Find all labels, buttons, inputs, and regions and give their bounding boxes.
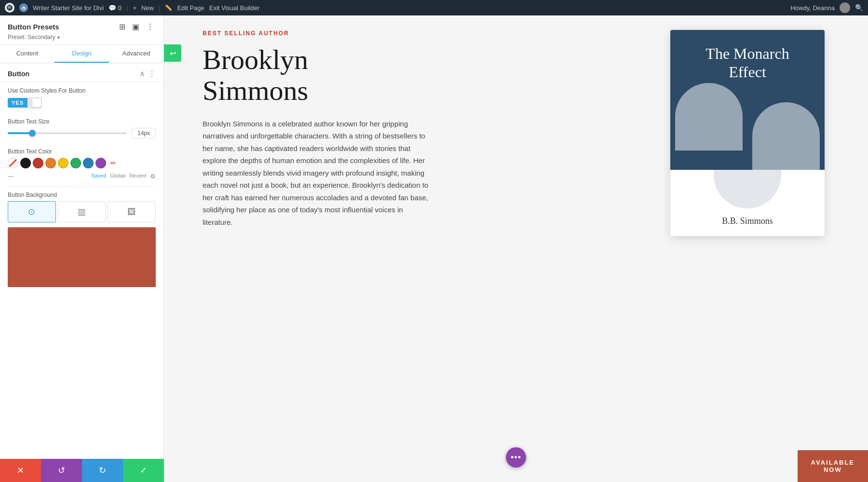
saved-label[interactable]: Saved [91,173,106,180]
tab-design[interactable]: Design [54,45,109,63]
swatch-green[interactable] [70,158,81,168]
swatch-blue[interactable] [83,158,94,168]
bg-options: ⊙ ▥ 🖼 [8,201,156,222]
custom-styles-label: Use Custom Styles For Button [8,87,156,94]
swatch-yellow[interactable] [58,158,68,168]
swatch-purple[interactable] [95,158,106,168]
page-content: Best Selling Author Brooklyn Simmons Bro… [164,15,868,353]
page-right: The Monarch Effect B.B. Simmons [656,30,839,339]
tab-handle[interactable]: ↩ [164,44,181,62]
swatch-pencil[interactable]: ✏ [108,158,119,168]
wordpress-logo[interactable]: W [5,3,14,13]
book-cover: The Monarch Effect [670,30,825,170]
book-card: The Monarch Effect B.B. Simmons [670,30,825,236]
swatch-black[interactable] [20,158,31,168]
text-size-slider-track[interactable] [8,132,127,134]
button-section-header: Button ∧ ⋮ [0,63,163,83]
user-avatar[interactable] [840,2,850,13]
save-button[interactable]: ✓ [123,459,164,482]
text-size-label: Button Text Size [8,118,156,125]
bg-gradient-option[interactable]: ▥ [58,201,106,222]
redo-button[interactable]: ↻ [82,459,123,482]
toggle-knob [32,98,41,107]
preset-label: Preset: Secondary [8,34,55,41]
bg-solid-option[interactable]: ⊙ [8,201,56,222]
panel-relative: ✕ ↺ ↻ ✓ [0,287,163,482]
author-name: Brooklyn Simmons [203,44,637,106]
exit-builder-link[interactable]: Exit Visual Builder [209,4,260,12]
text-color-setting: Button Text Color ✏ ··· Saved [0,143,163,186]
section-title-text: Button [8,70,29,78]
edit-page-link[interactable]: Edit Page [177,4,204,12]
bg-image-option[interactable]: 🖼 [108,201,156,222]
panel-subtitle: Preset: Secondary ▾ [8,34,156,41]
fullscreen-button[interactable]: ⊞ [117,21,127,32]
text-size-slider-row: 14px [8,128,156,138]
panel-title: Button Presets ⊞ ▣ ⋮ [8,21,156,32]
section-options-button[interactable]: ⋮ [148,69,156,78]
solid-icon: ⊙ [28,207,35,217]
site-icon[interactable]: 🏠 [19,3,28,12]
slider-fill [8,132,31,134]
fab-dots-icon: ••• [511,453,521,463]
tabs-container: Content Design Advanced [0,45,163,63]
panel-content: Button ∧ ⋮ Use Custom Styles For Button … [0,63,163,287]
undo-button[interactable]: ↺ [41,459,82,482]
toggle-bar [27,97,42,109]
content-area: ↩ Best Selling Author Brooklyn Simmons B… [164,15,868,482]
tab-content[interactable]: Content [0,45,54,63]
search-icon-top[interactable]: 🔍 [855,4,863,12]
plus-icon: + [133,4,136,12]
settings-gear-icon[interactable]: ⚙ [150,173,156,180]
toggle-yes-label: YES [8,98,27,108]
text-size-value[interactable]: 14px [132,128,156,138]
book-cover-decoration [670,83,825,170]
text-color-swatches-footer: ··· Saved Global Recent ⚙ [8,171,156,181]
global-label[interactable]: Global [110,173,125,180]
comment-icon[interactable]: 💬 0 [108,4,122,12]
swatch-orange[interactable] [45,158,56,168]
left-panel: Button Presets ⊞ ▣ ⋮ Preset: Secondary ▾… [0,15,164,482]
text-color-label: Button Text Color [8,148,156,155]
book-bottom: B.B. Simmons [670,170,825,236]
more-colors-button[interactable]: ··· [8,171,14,181]
available-now-button[interactable]: AVAILABLE NOW [798,450,868,482]
site-name[interactable]: Writer Starter Site for Divi [33,4,104,12]
arch-bottom [714,170,781,208]
author-label: Best Selling Author [203,30,637,37]
edit-icon: ✏️ [165,4,172,11]
panel-footer: ✕ ↺ ↻ ✓ [0,459,164,482]
bg-label: Button Background [8,192,156,198]
top-bar: W 🏠 Writer Starter Site for Divi 💬 0 | +… [0,0,868,15]
slider-thumb[interactable] [29,130,36,137]
main-layout: Button Presets ⊞ ▣ ⋮ Preset: Secondary ▾… [0,15,868,482]
image-icon: 🖼 [127,207,136,217]
panel-title-text: Button Presets [8,23,59,31]
tab-advanced[interactable]: Advanced [109,45,163,63]
subtitle-caret: ▾ [57,35,60,40]
custom-styles-setting: Use Custom Styles For Button YES [0,83,163,113]
new-link[interactable]: New [141,4,154,12]
bg-setting: Button Background ⊙ ▥ 🖼 [0,187,163,287]
bg-color-preview[interactable] [8,227,156,287]
text-color-swatches: ✏ [8,158,156,168]
recent-label[interactable]: Recent [129,173,146,180]
swatch-red[interactable] [33,158,43,168]
gradient-icon: ▥ [78,207,86,217]
cancel-button[interactable]: ✕ [0,459,41,482]
layout-button[interactable]: ▣ [130,21,141,32]
floating-action-button[interactable]: ••• [506,447,526,468]
author-bio: Brooklyn Simmons is a celebrated author … [203,118,434,229]
top-bar-right: Howdy, Deanna 🔍 [790,2,863,13]
collapse-section-button[interactable]: ∧ [139,69,145,78]
panel-header: Button Presets ⊞ ▣ ⋮ Preset: Secondary ▾ [0,15,163,45]
book-title: The Monarch Effect [705,44,789,82]
book-author-name: B.B. Simmons [722,208,773,236]
more-options-button[interactable]: ⋮ [144,21,156,32]
page-left: Best Selling Author Brooklyn Simmons Bro… [203,30,656,339]
top-bar-left: W 🏠 Writer Starter Site for Divi 💬 0 | +… [5,3,259,13]
arch-left [675,83,743,151]
swatch-transparent[interactable] [8,158,18,168]
svg-text:W: W [8,6,12,9]
custom-styles-toggle[interactable]: YES [8,97,156,109]
